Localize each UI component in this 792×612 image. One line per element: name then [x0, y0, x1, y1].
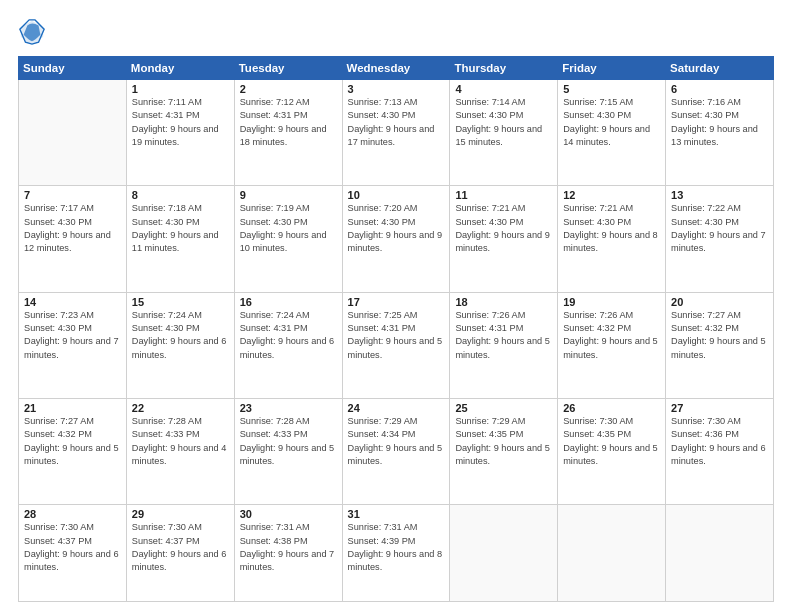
day-detail: Sunrise: 7:28 AMSunset: 4:33 PMDaylight:…: [240, 415, 337, 468]
day-detail: Sunrise: 7:30 AMSunset: 4:35 PMDaylight:…: [563, 415, 660, 468]
day-number: 14: [24, 296, 121, 308]
header: [18, 18, 774, 46]
calendar-cell: 14Sunrise: 7:23 AMSunset: 4:30 PMDayligh…: [19, 292, 127, 398]
day-number: 13: [671, 189, 768, 201]
calendar-week-row: 1Sunrise: 7:11 AMSunset: 4:31 PMDaylight…: [19, 80, 774, 186]
day-detail: Sunrise: 7:16 AMSunset: 4:30 PMDaylight:…: [671, 96, 768, 149]
day-number: 4: [455, 83, 552, 95]
day-number: 31: [348, 508, 445, 520]
calendar-cell: 27Sunrise: 7:30 AMSunset: 4:36 PMDayligh…: [666, 398, 774, 504]
day-number: 12: [563, 189, 660, 201]
calendar-cell: 13Sunrise: 7:22 AMSunset: 4:30 PMDayligh…: [666, 186, 774, 292]
day-detail: Sunrise: 7:20 AMSunset: 4:30 PMDaylight:…: [348, 202, 445, 255]
calendar-cell: [450, 505, 558, 602]
calendar-cell: 11Sunrise: 7:21 AMSunset: 4:30 PMDayligh…: [450, 186, 558, 292]
calendar-cell: 16Sunrise: 7:24 AMSunset: 4:31 PMDayligh…: [234, 292, 342, 398]
calendar-cell: 18Sunrise: 7:26 AMSunset: 4:31 PMDayligh…: [450, 292, 558, 398]
day-detail: Sunrise: 7:30 AMSunset: 4:37 PMDaylight:…: [24, 521, 121, 574]
calendar-cell: 5Sunrise: 7:15 AMSunset: 4:30 PMDaylight…: [558, 80, 666, 186]
day-number: 19: [563, 296, 660, 308]
calendar-cell: 25Sunrise: 7:29 AMSunset: 4:35 PMDayligh…: [450, 398, 558, 504]
logo-icon: [18, 18, 46, 46]
day-detail: Sunrise: 7:18 AMSunset: 4:30 PMDaylight:…: [132, 202, 229, 255]
calendar-cell: [19, 80, 127, 186]
day-detail: Sunrise: 7:30 AMSunset: 4:37 PMDaylight:…: [132, 521, 229, 574]
day-number: 28: [24, 508, 121, 520]
calendar-day-header: Monday: [126, 57, 234, 80]
day-detail: Sunrise: 7:31 AMSunset: 4:38 PMDaylight:…: [240, 521, 337, 574]
day-number: 25: [455, 402, 552, 414]
day-number: 2: [240, 83, 337, 95]
day-detail: Sunrise: 7:14 AMSunset: 4:30 PMDaylight:…: [455, 96, 552, 149]
calendar-cell: 17Sunrise: 7:25 AMSunset: 4:31 PMDayligh…: [342, 292, 450, 398]
day-number: 10: [348, 189, 445, 201]
day-detail: Sunrise: 7:27 AMSunset: 4:32 PMDaylight:…: [671, 309, 768, 362]
calendar-day-header: Sunday: [19, 57, 127, 80]
calendar-cell: 7Sunrise: 7:17 AMSunset: 4:30 PMDaylight…: [19, 186, 127, 292]
calendar-cell: 6Sunrise: 7:16 AMSunset: 4:30 PMDaylight…: [666, 80, 774, 186]
calendar-cell: 30Sunrise: 7:31 AMSunset: 4:38 PMDayligh…: [234, 505, 342, 602]
day-detail: Sunrise: 7:26 AMSunset: 4:32 PMDaylight:…: [563, 309, 660, 362]
day-number: 20: [671, 296, 768, 308]
day-number: 1: [132, 83, 229, 95]
calendar-cell: 2Sunrise: 7:12 AMSunset: 4:31 PMDaylight…: [234, 80, 342, 186]
calendar-week-row: 28Sunrise: 7:30 AMSunset: 4:37 PMDayligh…: [19, 505, 774, 602]
day-detail: Sunrise: 7:24 AMSunset: 4:30 PMDaylight:…: [132, 309, 229, 362]
calendar-cell: 10Sunrise: 7:20 AMSunset: 4:30 PMDayligh…: [342, 186, 450, 292]
calendar-cell: 31Sunrise: 7:31 AMSunset: 4:39 PMDayligh…: [342, 505, 450, 602]
day-number: 30: [240, 508, 337, 520]
calendar-cell: 22Sunrise: 7:28 AMSunset: 4:33 PMDayligh…: [126, 398, 234, 504]
calendar-cell: 23Sunrise: 7:28 AMSunset: 4:33 PMDayligh…: [234, 398, 342, 504]
calendar-cell: 8Sunrise: 7:18 AMSunset: 4:30 PMDaylight…: [126, 186, 234, 292]
calendar-cell: [666, 505, 774, 602]
page: SundayMondayTuesdayWednesdayThursdayFrid…: [0, 0, 792, 612]
day-detail: Sunrise: 7:28 AMSunset: 4:33 PMDaylight:…: [132, 415, 229, 468]
calendar-week-row: 21Sunrise: 7:27 AMSunset: 4:32 PMDayligh…: [19, 398, 774, 504]
day-number: 11: [455, 189, 552, 201]
day-number: 29: [132, 508, 229, 520]
day-detail: Sunrise: 7:13 AMSunset: 4:30 PMDaylight:…: [348, 96, 445, 149]
day-number: 3: [348, 83, 445, 95]
calendar-cell: 4Sunrise: 7:14 AMSunset: 4:30 PMDaylight…: [450, 80, 558, 186]
calendar-cell: 1Sunrise: 7:11 AMSunset: 4:31 PMDaylight…: [126, 80, 234, 186]
day-detail: Sunrise: 7:25 AMSunset: 4:31 PMDaylight:…: [348, 309, 445, 362]
day-detail: Sunrise: 7:27 AMSunset: 4:32 PMDaylight:…: [24, 415, 121, 468]
day-number: 21: [24, 402, 121, 414]
calendar-day-header: Thursday: [450, 57, 558, 80]
day-detail: Sunrise: 7:24 AMSunset: 4:31 PMDaylight:…: [240, 309, 337, 362]
calendar-cell: 3Sunrise: 7:13 AMSunset: 4:30 PMDaylight…: [342, 80, 450, 186]
calendar-week-row: 14Sunrise: 7:23 AMSunset: 4:30 PMDayligh…: [19, 292, 774, 398]
day-number: 27: [671, 402, 768, 414]
calendar-cell: [558, 505, 666, 602]
calendar-cell: 29Sunrise: 7:30 AMSunset: 4:37 PMDayligh…: [126, 505, 234, 602]
day-detail: Sunrise: 7:30 AMSunset: 4:36 PMDaylight:…: [671, 415, 768, 468]
calendar-day-header: Tuesday: [234, 57, 342, 80]
calendar-day-header: Wednesday: [342, 57, 450, 80]
day-detail: Sunrise: 7:21 AMSunset: 4:30 PMDaylight:…: [455, 202, 552, 255]
day-detail: Sunrise: 7:22 AMSunset: 4:30 PMDaylight:…: [671, 202, 768, 255]
calendar-week-row: 7Sunrise: 7:17 AMSunset: 4:30 PMDaylight…: [19, 186, 774, 292]
day-number: 16: [240, 296, 337, 308]
calendar-cell: 19Sunrise: 7:26 AMSunset: 4:32 PMDayligh…: [558, 292, 666, 398]
day-number: 7: [24, 189, 121, 201]
day-detail: Sunrise: 7:11 AMSunset: 4:31 PMDaylight:…: [132, 96, 229, 149]
day-number: 6: [671, 83, 768, 95]
calendar-day-header: Saturday: [666, 57, 774, 80]
day-number: 18: [455, 296, 552, 308]
calendar-day-header: Friday: [558, 57, 666, 80]
day-number: 5: [563, 83, 660, 95]
calendar-cell: 9Sunrise: 7:19 AMSunset: 4:30 PMDaylight…: [234, 186, 342, 292]
calendar-cell: 28Sunrise: 7:30 AMSunset: 4:37 PMDayligh…: [19, 505, 127, 602]
day-detail: Sunrise: 7:17 AMSunset: 4:30 PMDaylight:…: [24, 202, 121, 255]
day-detail: Sunrise: 7:15 AMSunset: 4:30 PMDaylight:…: [563, 96, 660, 149]
day-number: 26: [563, 402, 660, 414]
calendar-cell: 21Sunrise: 7:27 AMSunset: 4:32 PMDayligh…: [19, 398, 127, 504]
day-number: 22: [132, 402, 229, 414]
day-detail: Sunrise: 7:12 AMSunset: 4:31 PMDaylight:…: [240, 96, 337, 149]
day-detail: Sunrise: 7:23 AMSunset: 4:30 PMDaylight:…: [24, 309, 121, 362]
day-detail: Sunrise: 7:21 AMSunset: 4:30 PMDaylight:…: [563, 202, 660, 255]
day-number: 17: [348, 296, 445, 308]
calendar-cell: 20Sunrise: 7:27 AMSunset: 4:32 PMDayligh…: [666, 292, 774, 398]
day-detail: Sunrise: 7:29 AMSunset: 4:34 PMDaylight:…: [348, 415, 445, 468]
calendar-cell: 15Sunrise: 7:24 AMSunset: 4:30 PMDayligh…: [126, 292, 234, 398]
